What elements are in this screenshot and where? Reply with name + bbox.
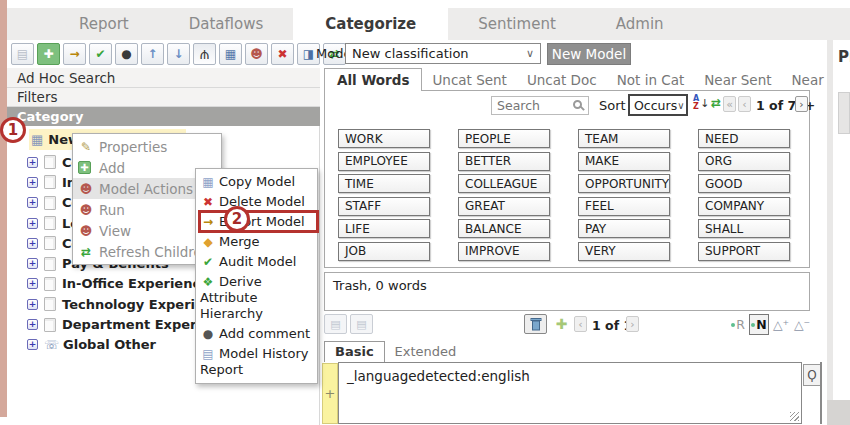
model-actions-icon[interactable]: ☻ bbox=[245, 43, 268, 65]
word-chip[interactable]: VERY bbox=[578, 242, 670, 261]
sort-select[interactable]: Occurs ∨ bbox=[628, 94, 688, 116]
editor-scrollbar[interactable] bbox=[820, 362, 822, 424]
expand-icon[interactable]: + bbox=[27, 319, 38, 330]
nav-tab-admin[interactable]: Admin bbox=[586, 8, 694, 40]
audit-icon[interactable]: ✔ bbox=[89, 43, 112, 65]
expand-icon[interactable]: + bbox=[27, 197, 38, 208]
adhoc-search-header[interactable]: Ad Hoc Search bbox=[7, 68, 320, 88]
move-down-icon[interactable]: ↓ bbox=[167, 43, 190, 65]
tab-extended[interactable]: Extended bbox=[385, 342, 467, 362]
rules-next-button[interactable]: › bbox=[626, 316, 639, 332]
add-icon[interactable]: ✚ bbox=[37, 43, 60, 65]
expand-icon[interactable]: + bbox=[27, 299, 38, 310]
page-prev-button[interactable]: ‹ bbox=[738, 96, 751, 112]
word-chip[interactable]: BETTER bbox=[458, 152, 550, 171]
grid-icon[interactable]: ▦ bbox=[219, 43, 242, 65]
word-chip[interactable]: JOB bbox=[338, 242, 430, 261]
submenu-item-model-history-report[interactable]: ▤Model History Report bbox=[196, 344, 317, 380]
nav-tab-report[interactable]: Report bbox=[49, 8, 159, 40]
expand-icon[interactable]: + bbox=[27, 258, 38, 269]
menu-item-properties[interactable]: ✎ Properties bbox=[73, 136, 221, 157]
page-first-button[interactable]: « bbox=[723, 96, 736, 112]
rules-prev-button[interactable]: ‹ bbox=[574, 316, 587, 332]
plus-icon: ✚ bbox=[78, 161, 91, 174]
word-chip[interactable]: TIME bbox=[338, 174, 430, 193]
word-chip[interactable]: TEAM bbox=[578, 129, 670, 148]
tree-node-label[interactable]: Global Other bbox=[63, 337, 156, 352]
lightbulb-icon[interactable]: Ϙ bbox=[803, 364, 821, 386]
move-up-icon[interactable]: ↑ bbox=[141, 43, 164, 65]
new-model-button[interactable]: New Model bbox=[547, 43, 631, 65]
submenu-item-derive-attribute-hierarchy[interactable]: ❖Derive Attribute Hierarchy bbox=[196, 272, 317, 324]
global-phone-icon: ☏ bbox=[44, 338, 59, 352]
word-chip[interactable]: FEEL bbox=[578, 197, 670, 216]
nav-tab-dataflows[interactable]: Dataflows bbox=[159, 8, 294, 40]
export-icon[interactable]: → bbox=[63, 43, 86, 65]
tab-not-in-cat[interactable]: Not in Cat bbox=[607, 69, 695, 91]
tree-node-label[interactable]: In-Office Experience bbox=[62, 276, 209, 291]
word-chip[interactable]: ORG bbox=[698, 152, 790, 171]
word-chip[interactable]: PEOPLE bbox=[458, 129, 550, 148]
word-chip[interactable]: OPPORTUNITY bbox=[578, 174, 670, 193]
hierarchy-icon[interactable]: Ψ bbox=[193, 43, 216, 65]
preview-panel-title: Pr bbox=[838, 48, 850, 66]
nav-tab-categorize[interactable]: Categorize bbox=[293, 8, 448, 40]
word-chip[interactable]: BALANCE bbox=[458, 219, 550, 238]
save-rule-icon[interactable]: ▤ bbox=[324, 314, 347, 334]
word-chip[interactable]: WORK bbox=[338, 129, 430, 148]
add-word-icon[interactable]: ✚ bbox=[550, 314, 573, 334]
sort-z: Z bbox=[693, 103, 699, 111]
tab-uncat-sent[interactable]: Uncat Sent bbox=[422, 69, 516, 91]
word-chip[interactable]: SUPPORT bbox=[698, 242, 790, 261]
tab-near-sent[interactable]: Near Sent bbox=[694, 69, 781, 91]
import-rule-icon[interactable]: ▤ bbox=[350, 314, 373, 334]
toggle-n-icon[interactable]: N bbox=[749, 314, 769, 335]
model-select[interactable]: New classification ∨ bbox=[345, 43, 541, 64]
word-chip[interactable]: NEED bbox=[698, 129, 790, 148]
word-chip[interactable]: SHALL bbox=[698, 219, 790, 238]
filters-header[interactable]: Filters bbox=[7, 88, 320, 107]
tab-basic[interactable]: Basic bbox=[324, 341, 385, 362]
save-icon[interactable]: ▤ bbox=[11, 43, 34, 65]
right-panel-button[interactable] bbox=[838, 92, 850, 134]
submenu-item-audit-model[interactable]: ✔Audit Model bbox=[196, 252, 317, 272]
word-chip[interactable]: GREAT bbox=[458, 197, 550, 216]
refresh-words-icon[interactable]: ⇄ bbox=[711, 96, 721, 110]
add-rule-strip[interactable]: + bbox=[322, 363, 338, 424]
expand-icon[interactable]: + bbox=[27, 339, 38, 350]
menu-item-label: Model Actions bbox=[99, 181, 193, 197]
search-icon[interactable] bbox=[573, 100, 582, 109]
word-chip[interactable]: MAKE bbox=[578, 152, 670, 171]
delete-icon[interactable]: ✖ bbox=[271, 43, 294, 65]
submenu-item-delete-model[interactable]: ✖Delete Model bbox=[196, 192, 317, 212]
trash-icon[interactable] bbox=[524, 314, 547, 334]
word-chip[interactable]: COLLEAGUE bbox=[458, 174, 550, 193]
rule-editor[interactable]: _languagedetected:english bbox=[338, 362, 802, 424]
submenu-item-merge[interactable]: ◆Merge bbox=[196, 232, 317, 252]
word-chip[interactable]: PAY bbox=[578, 219, 670, 238]
toggle-r-icon[interactable]: R bbox=[728, 314, 748, 335]
expand-icon[interactable]: + bbox=[27, 238, 38, 249]
sort-az-icon[interactable]: AZ ↓ bbox=[693, 95, 709, 111]
submenu-item-copy-model[interactable]: ▦Copy Model bbox=[196, 172, 317, 192]
page-next-button[interactable]: › bbox=[795, 96, 808, 112]
nav-tab-sentiment[interactable]: Sentiment bbox=[448, 8, 586, 40]
word-chip[interactable]: GOOD bbox=[698, 174, 790, 193]
expand-icon[interactable]: + bbox=[27, 157, 38, 168]
submenu-item-add-comment[interactable]: ●Add comment bbox=[196, 324, 317, 344]
word-chip[interactable]: COMPANY bbox=[698, 197, 790, 216]
tab-uncat-doc[interactable]: Uncat Doc bbox=[517, 69, 607, 91]
expand-icon[interactable]: + bbox=[27, 177, 38, 188]
word-chip[interactable]: IMPROVE bbox=[458, 242, 550, 261]
word-chip[interactable]: STAFF bbox=[338, 197, 430, 216]
word-chip[interactable]: EMPLOYEE bbox=[338, 152, 430, 171]
expand-icon[interactable]: + bbox=[27, 218, 38, 229]
font-increase-icon[interactable]: △⁺ bbox=[771, 314, 791, 335]
font-decrease-icon[interactable]: △⁻ bbox=[792, 314, 812, 335]
word-chip[interactable]: LIFE bbox=[338, 219, 430, 238]
person-icon: ☻ bbox=[78, 224, 94, 238]
expand-icon[interactable]: + bbox=[27, 278, 38, 289]
tab-all-words[interactable]: All Words bbox=[324, 68, 422, 91]
word-grid: WORK PEOPLE TEAM NEED EMPLOYEE BETTER MA… bbox=[338, 129, 790, 261]
comment-icon[interactable]: ● bbox=[115, 43, 138, 65]
